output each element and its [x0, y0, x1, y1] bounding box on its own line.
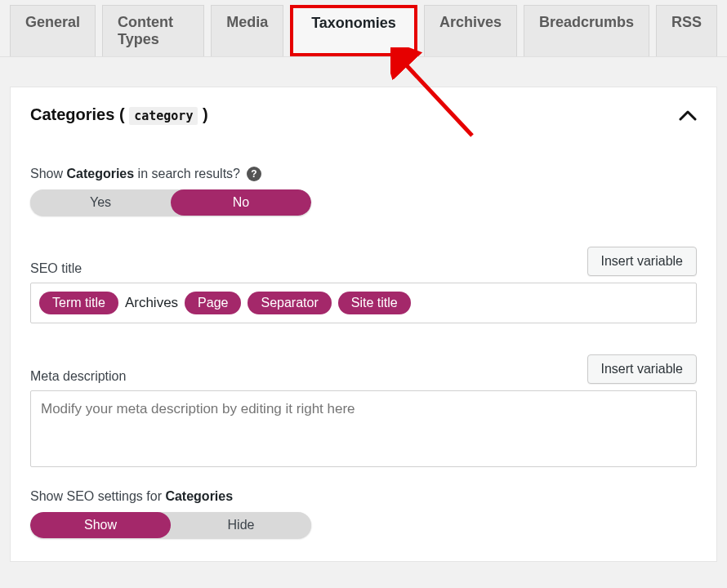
- open-paren: (: [119, 105, 125, 123]
- tab-archives[interactable]: Archives: [424, 5, 517, 56]
- token-page[interactable]: Page: [185, 292, 241, 314]
- section-slug: category: [129, 107, 198, 125]
- help-icon[interactable]: ?: [247, 167, 261, 181]
- meta-desc-label: Meta description: [30, 369, 126, 384]
- tab-media[interactable]: Media: [211, 5, 283, 56]
- categories-panel: Categories ( category ) Show Categories …: [10, 87, 717, 562]
- show-seo-settings-prefix: Show SEO settings for: [30, 489, 165, 503]
- section-header: Categories ( category ): [30, 105, 697, 124]
- show-seo-settings-toggle: Show Hide: [30, 512, 311, 538]
- token-separator[interactable]: Separator: [248, 292, 331, 314]
- meta-desc-label-row: Meta description Insert variable: [30, 354, 697, 384]
- section-title-text: Categories: [30, 105, 114, 123]
- tab-taxonomies[interactable]: Taxonomies: [290, 5, 417, 56]
- tabs-row: General Content Types Media Taxonomies A…: [0, 0, 727, 57]
- seo-title-label: SEO title: [30, 261, 82, 276]
- show-in-search-prefix: Show: [30, 167, 66, 180]
- show-in-search-strong: Categories: [66, 167, 134, 180]
- seo-title-input[interactable]: Term title Archives Page Separator Site …: [30, 283, 697, 323]
- show-in-search-label: Show Categories in search results? ?: [30, 167, 697, 181]
- meta-description-input[interactable]: [30, 390, 697, 467]
- tab-content-types[interactable]: Content Types: [102, 5, 204, 56]
- insert-variable-meta-desc-button[interactable]: Insert variable: [587, 354, 698, 384]
- seo-title-label-row: SEO title Insert variable: [30, 247, 697, 276]
- show-seo-settings-show[interactable]: Show: [30, 512, 171, 538]
- token-site-title[interactable]: Site title: [338, 292, 411, 314]
- section-title: Categories ( category ): [30, 105, 208, 124]
- tab-rss[interactable]: RSS: [656, 5, 717, 56]
- token-archives-text: Archives: [125, 295, 178, 311]
- chevron-up-icon[interactable]: [679, 106, 697, 124]
- show-in-search-yes[interactable]: Yes: [30, 189, 171, 216]
- tab-breadcrumbs[interactable]: Breadcrumbs: [524, 5, 649, 56]
- token-term-title[interactable]: Term title: [39, 292, 118, 314]
- show-seo-settings-strong: Categories: [165, 489, 233, 503]
- show-in-search-toggle: Yes No: [30, 189, 311, 216]
- close-paren: ): [203, 105, 208, 123]
- show-seo-settings-hide[interactable]: Hide: [171, 512, 311, 538]
- insert-variable-seo-title-button[interactable]: Insert variable: [587, 247, 698, 276]
- show-in-search-suffix: in search results?: [134, 167, 240, 180]
- show-seo-settings-label: Show SEO settings for Categories: [30, 489, 697, 504]
- show-in-search-no[interactable]: No: [171, 189, 311, 216]
- tab-general[interactable]: General: [10, 5, 96, 56]
